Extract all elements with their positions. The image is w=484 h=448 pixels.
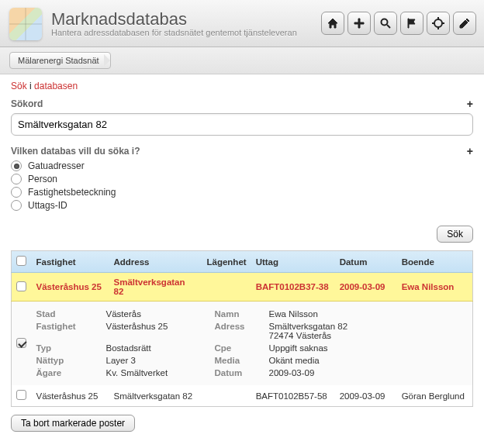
radio-icon	[11, 174, 22, 184]
home-button[interactable]	[321, 12, 344, 35]
keyword-label: Sökord	[11, 98, 43, 109]
select-all-checkbox[interactable]	[16, 256, 26, 266]
col-address[interactable]: Address	[109, 251, 202, 273]
detail-label: Typ	[36, 343, 106, 353]
expand-keyword-icon[interactable]: +	[467, 98, 473, 110]
detail-label: Namn	[215, 309, 269, 319]
detail-value: Bostadsrätt	[106, 343, 215, 353]
search-heading: Sök i databasen	[11, 81, 473, 91]
app-logo	[9, 8, 42, 40]
breadcrumb-item[interactable]: Mälarenergi Stadsnät	[9, 52, 111, 69]
edit-icon[interactable]	[16, 338, 26, 348]
results-table: Fastighet Address Lägenhet Uttag Datum B…	[11, 250, 473, 407]
col-datum[interactable]: Datum	[335, 251, 397, 273]
detail-label: Media	[215, 356, 269, 365]
keyword-input[interactable]	[11, 113, 473, 136]
toolbar	[321, 12, 476, 35]
detail-label: Stad	[36, 309, 106, 319]
expand-database-icon[interactable]: +	[467, 145, 473, 157]
col-lagenhet[interactable]: Lägenhet	[202, 251, 251, 273]
svg-point-0	[382, 19, 388, 26]
radio-icon	[11, 187, 22, 198]
radio-uttags[interactable]: Uttags-ID	[11, 200, 473, 211]
breadcrumb: Mälarenergi Stadsnät	[0, 47, 484, 74]
row-checkbox[interactable]	[16, 390, 26, 400]
table-header-row: Fastighet Address Lägenhet Uttag Datum B…	[12, 251, 473, 273]
search-section: Sök i databasen Sökord + Vilken databas …	[0, 74, 484, 222]
table-row[interactable]: Västeråshus 25 Smältverksgatan 82 BAFT01…	[12, 273, 473, 302]
radio-fastighet[interactable]: Fastighetsbeteckning	[11, 187, 473, 198]
detail-value: Västerås	[106, 309, 215, 319]
flag-button[interactable]	[400, 12, 424, 35]
delete-selected-button[interactable]: Ta bort markerade poster	[11, 415, 135, 432]
row-checkbox[interactable]	[16, 281, 26, 291]
database-label: Vilken databas vill du söka i?	[11, 146, 140, 157]
radio-icon	[11, 160, 22, 171]
detail-value: Uppgift saknas	[269, 343, 468, 353]
app-header: Marknadsdatabas Hantera adressdatabasen …	[0, 0, 484, 47]
detail-label: Adress	[215, 322, 269, 340]
detail-value: Ewa Nilsson	[269, 309, 468, 319]
detail-label: Cpe	[215, 343, 269, 353]
submit-search-button[interactable]: Sök	[437, 226, 473, 243]
detail-row: Stad Västerås Namn Ewa Nilsson Fastighet…	[12, 302, 473, 386]
edit-button[interactable]	[453, 12, 476, 35]
detail-value: Layer 3	[106, 356, 215, 365]
svg-point-2	[434, 19, 442, 27]
target-button[interactable]	[427, 12, 450, 35]
detail-value: Smältverksgatan 82 72474 Västerås	[269, 322, 468, 340]
search-button[interactable]	[374, 12, 397, 35]
detail-value: Kv. Smältverket	[106, 368, 215, 377]
svg-line-1	[387, 25, 390, 28]
add-button[interactable]	[347, 12, 371, 35]
col-fastighet[interactable]: Fastighet	[32, 251, 109, 273]
table-row[interactable]: Västeråshus 25 Smältverksgatan 82 BAFT01…	[12, 385, 473, 407]
radio-gatuadresser[interactable]: Gatuadresser	[11, 160, 473, 171]
detail-label: Ägare	[36, 368, 106, 377]
detail-value: Okänt media	[269, 356, 468, 365]
radio-icon	[11, 200, 22, 211]
col-boende[interactable]: Boende	[397, 251, 473, 273]
detail-value: 2009-03-09	[269, 368, 468, 377]
detail-label: Fastighet	[36, 322, 106, 340]
detail-label: Datum	[215, 368, 269, 377]
detail-label: Nättyp	[36, 356, 106, 365]
detail-value: Västeråshus 25	[106, 322, 215, 340]
col-uttag[interactable]: Uttag	[251, 251, 335, 273]
radio-person[interactable]: Person	[11, 174, 473, 184]
